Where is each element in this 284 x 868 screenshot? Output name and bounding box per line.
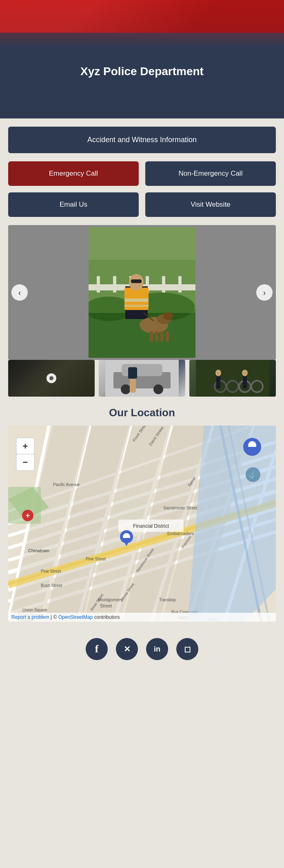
primary-action-buttons: Emergency Call Non-Emergency Call — [8, 161, 276, 186]
linkedin-icon[interactable]: in — [146, 638, 168, 660]
emergency-call-button[interactable]: Emergency Call — [8, 161, 139, 186]
thumbnail-2-img — [99, 360, 185, 397]
twitter-label: ✕ — [124, 644, 131, 654]
svg-text:Union Square: Union Square — [22, 608, 48, 612]
svg-rect-23 — [166, 331, 169, 341]
map-container[interactable]: Financial District Chinatown Sacramento … — [8, 426, 276, 622]
carousel-main-image: ‹ › — [8, 225, 276, 360]
svg-rect-28 — [122, 364, 162, 376]
svg-text:Chinatown: Chinatown — [28, 548, 49, 553]
svg-rect-14 — [124, 299, 149, 302]
svg-text:Transbay: Transbay — [159, 598, 176, 602]
svg-text:⚓: ⚓ — [248, 470, 258, 479]
facebook-icon[interactable]: f — [86, 638, 108, 660]
svg-text:Financial District: Financial District — [133, 523, 169, 529]
accident-witness-button[interactable]: Accident and Witness Information — [8, 127, 276, 153]
social-icons-strip: f ✕ in ◻ — [8, 634, 276, 668]
svg-text:Pine Street: Pine Street — [86, 557, 106, 561]
svg-rect-21 — [155, 331, 158, 341]
thumbnail-3-img — [189, 360, 276, 397]
openstreetmap-link[interactable]: OpenStreetMap — [58, 614, 93, 620]
thumbnail-3[interactable] — [189, 360, 276, 397]
report-problem-link[interactable]: Report a problem — [11, 614, 49, 620]
visit-website-button[interactable]: Visit Website — [145, 192, 276, 217]
svg-text:Embarcadero: Embarcadero — [167, 531, 194, 536]
email-us-button[interactable]: Email Us — [8, 192, 139, 217]
facebook-label: f — [95, 643, 99, 655]
thumbnail-strip — [8, 360, 276, 397]
carousel-next-button[interactable]: › — [256, 284, 273, 301]
svg-text:+: + — [26, 511, 30, 520]
svg-rect-39 — [243, 376, 247, 388]
hero-section: Xyz Police Department — [0, 0, 284, 118]
svg-rect-17 — [131, 279, 142, 283]
svg-rect-33 — [196, 360, 269, 397]
map-credit: Report a problem | © OpenStreetMap contr… — [8, 613, 276, 622]
carousel-prev-button[interactable]: ‹ — [11, 284, 28, 301]
thumbnail-2[interactable] — [99, 360, 185, 397]
linkedin-label: in — [154, 645, 160, 654]
svg-point-40 — [215, 370, 221, 376]
svg-rect-6 — [97, 276, 100, 292]
svg-text:Bush Street: Bush Street — [41, 583, 62, 588]
svg-text:Pine Street: Pine Street — [41, 569, 61, 573]
hero-title: Xyz Police Department — [80, 65, 204, 78]
svg-rect-22 — [160, 331, 164, 341]
svg-text:Pacific Avenue: Pacific Avenue — [53, 482, 80, 487]
svg-rect-10 — [162, 276, 165, 292]
svg-rect-11 — [178, 276, 182, 292]
location-section-title: Our Location — [8, 406, 276, 419]
instagram-icon[interactable]: ◻ — [176, 638, 198, 660]
instagram-label: ◻ — [184, 644, 191, 654]
svg-rect-15 — [124, 305, 149, 307]
map-svg: Financial District Chinatown Sacramento … — [8, 426, 276, 622]
non-emergency-call-button[interactable]: Non-Emergency Call — [145, 161, 276, 186]
main-content: Accident and Witness Information Emergen… — [0, 118, 284, 681]
twitter-x-icon[interactable]: ✕ — [116, 638, 138, 660]
svg-rect-32 — [128, 367, 137, 379]
svg-point-24 — [163, 312, 173, 320]
svg-text:Sacramento Street: Sacramento Street — [163, 506, 197, 510]
svg-rect-7 — [113, 276, 116, 292]
svg-text:+: + — [23, 441, 28, 451]
image-carousel: ‹ › — [8, 225, 276, 397]
svg-rect-38 — [216, 376, 220, 388]
secondary-action-buttons: Email Us Visit Website — [8, 192, 276, 217]
active-thumbnail-indicator — [47, 373, 56, 383]
carousel-image-svg — [89, 227, 195, 358]
svg-rect-20 — [150, 331, 153, 341]
svg-text:−: − — [23, 457, 28, 467]
svg-point-29 — [121, 384, 131, 394]
svg-point-30 — [153, 384, 163, 394]
svg-text:Street: Street — [100, 603, 112, 608]
thumbnail-1[interactable] — [8, 360, 95, 397]
svg-point-41 — [242, 370, 248, 376]
